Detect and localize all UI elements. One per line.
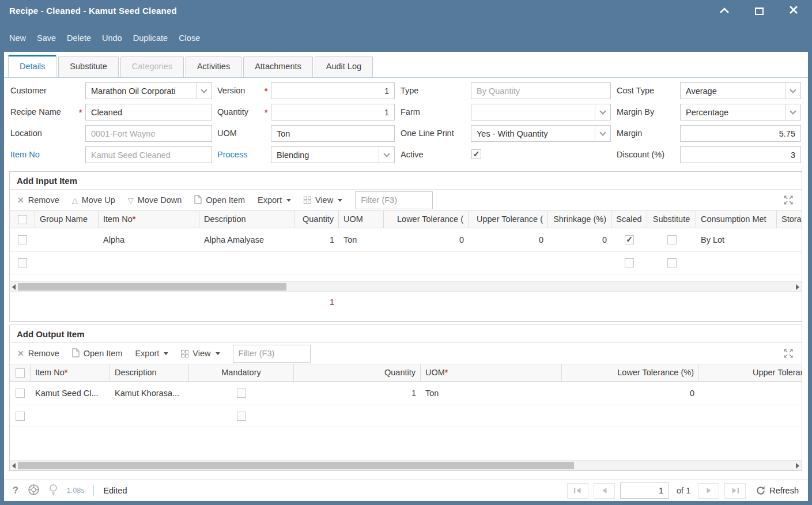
menu-save[interactable]: Save bbox=[37, 33, 56, 43]
row-select-checkbox[interactable] bbox=[16, 389, 25, 398]
col-group-name[interactable]: Group Name bbox=[35, 211, 99, 228]
row-select-checkbox[interactable] bbox=[18, 235, 27, 244]
next-page-button[interactable] bbox=[698, 483, 719, 499]
output-grid-hscrollbar[interactable] bbox=[10, 460, 802, 470]
refresh-button[interactable]: Refresh bbox=[756, 485, 799, 496]
previous-page-button[interactable] bbox=[594, 483, 615, 499]
remove-button[interactable]: ✕ Remove bbox=[17, 195, 59, 205]
output-row-1[interactable]: Kamut Seed Cl... Kamut Khorasa... ✓ 1 To… bbox=[10, 382, 802, 405]
col-substitute[interactable]: Substitute bbox=[647, 211, 696, 228]
remove-button[interactable]: ✕ Remove bbox=[17, 349, 59, 358]
one-line-print-combobox[interactable]: Yes - With Quantity bbox=[471, 125, 611, 142]
input-row-new[interactable] bbox=[10, 252, 802, 274]
chevron-down-icon[interactable] bbox=[196, 83, 212, 99]
substitute-checkbox[interactable]: ✓ bbox=[667, 235, 677, 244]
discount-input[interactable] bbox=[680, 146, 801, 163]
select-all-checkbox[interactable] bbox=[16, 368, 25, 378]
output-filter-input[interactable] bbox=[233, 345, 311, 363]
tab-attachments[interactable]: Attachments bbox=[243, 56, 313, 77]
input-grid-hscrollbar[interactable] bbox=[10, 281, 802, 292]
scrollbar-thumb[interactable] bbox=[18, 283, 286, 291]
col-uom[interactable]: UOM* bbox=[421, 364, 562, 381]
row-select-checkbox[interactable] bbox=[16, 412, 25, 421]
page-number-input[interactable] bbox=[620, 483, 669, 499]
recipe-name-input[interactable] bbox=[85, 104, 212, 120]
tab-substitute[interactable]: Substitute bbox=[58, 56, 119, 77]
margin-by-combobox[interactable]: Percentage bbox=[680, 104, 801, 120]
view-button[interactable]: View bbox=[181, 349, 220, 358]
col-lower-tolerance[interactable]: Lower Tolerance (%) bbox=[562, 364, 699, 381]
maximize-button[interactable] bbox=[753, 5, 765, 17]
col-quantity[interactable]: Quantity bbox=[294, 364, 421, 381]
farm-combobox[interactable] bbox=[471, 104, 611, 120]
col-shrinkage[interactable]: Shrinkage (%) bbox=[548, 211, 611, 228]
tab-details[interactable]: Details bbox=[8, 55, 56, 77]
scrollbar-thumb[interactable] bbox=[18, 462, 574, 469]
output-row-new[interactable] bbox=[10, 405, 802, 427]
chevron-down-icon[interactable] bbox=[595, 126, 610, 141]
item-no-label[interactable]: Item No bbox=[10, 150, 40, 159]
lightbulb-icon[interactable] bbox=[49, 484, 58, 498]
scroll-left-arrow[interactable] bbox=[12, 463, 16, 469]
menu-duplicate[interactable]: Duplicate bbox=[133, 33, 168, 43]
mandatory-checkbox[interactable]: ✓ bbox=[237, 389, 246, 398]
col-scaled[interactable]: Scaled bbox=[611, 211, 647, 228]
version-input[interactable] bbox=[271, 82, 395, 99]
col-item-no[interactable]: Item No* bbox=[31, 364, 110, 381]
process-combobox[interactable]: Blending bbox=[271, 146, 395, 163]
col-item-no[interactable]: Item No* bbox=[99, 211, 199, 228]
customer-combobox[interactable]: Marathon Oil Corporati bbox=[85, 82, 212, 99]
support-lifering-icon[interactable] bbox=[28, 484, 40, 498]
substitute-checkbox[interactable] bbox=[667, 258, 677, 267]
col-description[interactable]: Description bbox=[110, 364, 189, 381]
last-page-button[interactable] bbox=[724, 483, 746, 499]
menu-new[interactable]: New bbox=[9, 33, 26, 43]
col-uom[interactable]: UOM bbox=[339, 211, 384, 228]
menu-close[interactable]: Close bbox=[179, 33, 200, 43]
col-quantity[interactable]: Quantity bbox=[294, 211, 339, 228]
col-consumption-method[interactable]: Consumption Met bbox=[696, 211, 777, 228]
col-lower-tolerance[interactable]: Lower Tolerance ( bbox=[384, 211, 469, 228]
menu-undo[interactable]: Undo bbox=[102, 33, 122, 43]
mandatory-checkbox[interactable] bbox=[237, 412, 246, 421]
chevron-down-icon[interactable] bbox=[785, 104, 800, 120]
scaled-checkbox[interactable] bbox=[625, 258, 634, 267]
chevron-down-icon[interactable] bbox=[785, 83, 800, 99]
col-upper-tolerance[interactable]: Upper Toleranc bbox=[699, 364, 802, 381]
first-page-button[interactable] bbox=[567, 483, 588, 499]
expand-grid-button[interactable] bbox=[783, 348, 794, 361]
active-checkbox[interactable]: ✓ bbox=[471, 149, 481, 159]
cost-type-combobox[interactable]: Average bbox=[680, 82, 801, 99]
col-upper-tolerance[interactable]: Upper Tolerance ( bbox=[469, 211, 548, 228]
margin-input[interactable] bbox=[680, 125, 801, 142]
scroll-right-arrow[interactable] bbox=[796, 463, 799, 469]
uom-input[interactable] bbox=[271, 125, 395, 142]
scroll-right-arrow[interactable] bbox=[796, 284, 799, 290]
col-mandatory[interactable]: Mandatory bbox=[189, 364, 294, 381]
help-button[interactable]: ? bbox=[13, 485, 18, 496]
tab-audit-log[interactable]: Audit Log bbox=[315, 56, 373, 77]
export-button[interactable]: Export bbox=[258, 195, 291, 205]
scroll-left-arrow[interactable] bbox=[12, 284, 16, 290]
menu-delete[interactable]: Delete bbox=[67, 33, 91, 43]
move-down-button[interactable]: ▽ Move Down bbox=[128, 195, 182, 205]
close-button[interactable] bbox=[788, 5, 799, 17]
process-label[interactable]: Process bbox=[217, 150, 247, 159]
expand-grid-button[interactable] bbox=[783, 195, 794, 208]
open-item-button[interactable]: Open Item bbox=[194, 195, 245, 206]
select-all-checkbox[interactable] bbox=[18, 215, 27, 224]
scaled-checkbox[interactable]: ✓ bbox=[625, 235, 634, 244]
input-row-1[interactable]: Alpha Alpha Amalyase 1 Ton 0 0 0 ✓ ✓ By … bbox=[10, 228, 802, 252]
quantity-input[interactable] bbox=[271, 104, 395, 120]
tab-activities[interactable]: Activities bbox=[186, 56, 241, 77]
col-description[interactable]: Description bbox=[199, 211, 294, 228]
export-button[interactable]: Export bbox=[135, 349, 168, 358]
collapse-button[interactable] bbox=[719, 5, 730, 17]
move-up-button[interactable]: △ Move Up bbox=[72, 195, 115, 205]
chevron-down-icon[interactable] bbox=[595, 104, 610, 120]
input-filter-input[interactable] bbox=[355, 191, 433, 209]
chevron-down-icon[interactable] bbox=[379, 147, 394, 163]
row-select-checkbox[interactable] bbox=[18, 258, 27, 267]
view-button[interactable]: View bbox=[304, 195, 342, 205]
col-storage[interactable]: Stora bbox=[777, 211, 802, 228]
